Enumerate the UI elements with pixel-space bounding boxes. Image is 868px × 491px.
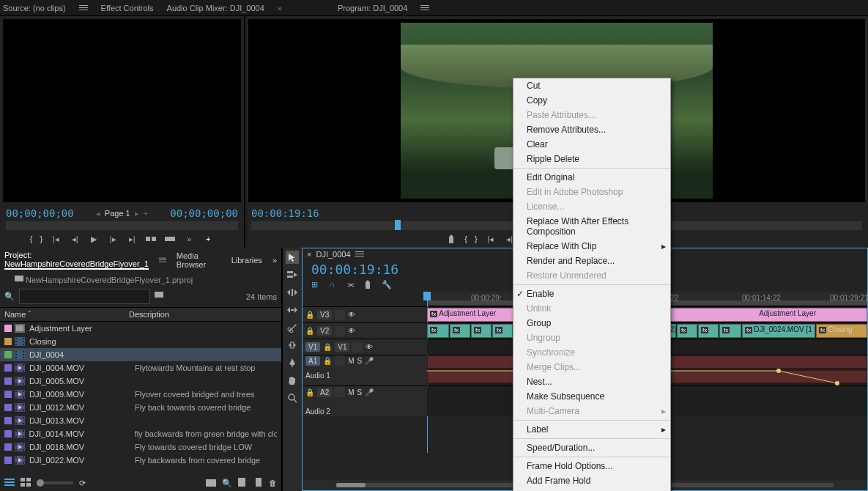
close-seq-icon[interactable]: × <box>307 250 311 259</box>
libraries-tab[interactable]: Libraries <box>231 256 262 265</box>
panel-menu-icon[interactable] <box>355 250 364 259</box>
zoom-tool[interactable] <box>286 391 299 405</box>
lock-icon[interactable]: 🔒 <box>323 343 332 351</box>
nest-toggle[interactable]: ⊞ <box>311 280 322 290</box>
solo-label[interactable]: S <box>357 357 363 365</box>
media-browser-tab[interactable]: Media Browser <box>177 251 221 269</box>
linked-sel-toggle[interactable]: ⫘ <box>346 280 357 290</box>
track-output-toggle[interactable] <box>352 342 363 352</box>
label-swatch[interactable] <box>4 377 12 385</box>
sequence-tab[interactable]: DJI_0004 <box>316 250 350 259</box>
clear-button[interactable] <box>254 478 263 488</box>
menu-replace-clip[interactable]: Replace With Clip▸ <box>513 239 670 254</box>
menu-cut[interactable]: Cut <box>513 78 670 93</box>
mark-out-button[interactable]: } <box>475 235 478 243</box>
overflow-icon[interactable]: » <box>183 233 195 245</box>
mute-label[interactable]: M <box>348 388 354 396</box>
go-in-button[interactable]: |◂ <box>50 233 62 245</box>
label-swatch[interactable] <box>4 391 12 398</box>
label-swatch[interactable] <box>4 430 12 438</box>
lock-icon[interactable]: 🔒 <box>305 388 314 396</box>
name-column[interactable]: Name <box>4 310 26 319</box>
project-tab[interactable]: Project: NewHampshireCoveredBridgeFlyove… <box>4 251 149 270</box>
label-swatch[interactable] <box>4 443 12 451</box>
voice-icon[interactable]: 🎤 <box>365 388 374 396</box>
project-item-row[interactable]: DJI_0004.MOVFlytowards Mountains at rest… <box>0 361 281 374</box>
zoom-slider[interactable] <box>37 481 73 484</box>
panel-menu-icon[interactable] <box>79 4 88 12</box>
marker-toggle[interactable] <box>364 280 374 290</box>
panel-menu-icon[interactable] <box>420 4 429 12</box>
source-tc-out[interactable]: 00;00;00;00 <box>170 207 238 219</box>
video-clip[interactable]: fx <box>427 324 449 338</box>
menu-speed-duration[interactable]: Speed/Duration... <box>513 440 670 455</box>
lock-icon[interactable]: 🔒 <box>305 311 314 319</box>
video-clip[interactable]: fx <box>698 324 719 338</box>
overwrite-button[interactable] <box>164 233 176 245</box>
video-clip[interactable]: fx <box>471 324 492 338</box>
track-visible-icon[interactable]: 👁 <box>366 343 373 351</box>
project-item-row[interactable]: DJI_0012.MOVFly back towards covered bri… <box>0 401 281 414</box>
track-output-toggle[interactable] <box>335 326 345 336</box>
project-item-row[interactable]: DJI_0014.MOVfly backwards from green bri… <box>0 427 281 440</box>
video-clip[interactable]: fx <box>492 324 513 338</box>
new-item-button[interactable] <box>238 478 248 488</box>
mute-toggle[interactable] <box>335 355 345 366</box>
mark-in-button[interactable]: { <box>464 235 467 243</box>
label-swatch[interactable] <box>4 325 12 332</box>
menu-copy[interactable]: Copy <box>513 93 670 108</box>
program-tc[interactable]: 00:00:19:16 <box>251 207 319 219</box>
voice-icon[interactable]: 🎤 <box>365 357 374 365</box>
effect-controls-tab[interactable]: Effect Controls <box>101 4 154 12</box>
video-clip[interactable]: fx <box>450 324 470 338</box>
project-item-row[interactable]: DJI_0009.MOVFlyover coveed bridged and t… <box>0 388 281 401</box>
selection-tool[interactable] <box>286 251 299 264</box>
menu-remove-attributes[interactable]: Remove Attributes... <box>513 122 670 137</box>
nested-seq-clip[interactable]: fxClosing <box>816 324 867 338</box>
insert-button[interactable] <box>145 233 157 245</box>
find-button[interactable]: 🔍 <box>222 479 232 488</box>
go-out-button[interactable]: ▸| <box>126 233 138 245</box>
project-list-header[interactable]: Name ˆ Description <box>0 307 281 322</box>
project-search-input[interactable] <box>19 289 150 304</box>
menu-insert-frame-hold-segment[interactable]: Insert Frame Hold Segment <box>513 488 670 491</box>
menu-enable[interactable]: ✓Enable <box>513 287 670 301</box>
label-swatch[interactable] <box>4 338 12 345</box>
menu-frame-hold-options[interactable]: Frame Hold Options... <box>513 459 670 473</box>
source-tc-in[interactable]: 00;00;00;00 <box>6 207 74 219</box>
track-label[interactable]: A2 <box>317 388 332 397</box>
mark-out-button[interactable]: } <box>40 235 43 243</box>
lock-icon[interactable]: 🔒 <box>305 327 314 335</box>
label-swatch[interactable] <box>4 364 12 372</box>
track-visible-icon[interactable]: 👁 <box>348 311 355 319</box>
menu-render-replace[interactable]: Render and Replace... <box>513 254 670 268</box>
pen-tool[interactable] <box>286 356 299 369</box>
add-marker-button[interactable] <box>445 233 457 245</box>
menu-label[interactable]: Label▸ <box>513 422 670 437</box>
filter-icon[interactable] <box>155 292 163 302</box>
ripple-edit-tool[interactable] <box>286 286 299 299</box>
icon-view-icon[interactable] <box>21 478 31 488</box>
menu-make-subsequence[interactable]: Make Subsequence <box>513 389 670 404</box>
audio-mixer-tab[interactable]: Audio Clip Mixer: DJI_0004 <box>167 4 264 12</box>
source-viewer[interactable] <box>3 19 241 202</box>
label-swatch[interactable] <box>4 404 12 411</box>
overflow-icon[interactable]: » <box>272 256 277 265</box>
menu-group[interactable]: Group <box>513 316 670 331</box>
slip-tool[interactable] <box>286 339 299 352</box>
track-label[interactable]: V1 <box>335 342 349 352</box>
label-swatch[interactable] <box>4 351 12 358</box>
play-button[interactable]: ▶ <box>88 233 100 245</box>
hand-tool[interactable] <box>286 374 299 387</box>
step-back-button[interactable]: ◂| <box>69 233 81 245</box>
source-ruler[interactable] <box>6 221 238 230</box>
menu-replace-ae[interactable]: Replace With After Effects Composition <box>513 214 670 239</box>
track-label[interactable]: V2 <box>317 326 332 336</box>
playhead-icon[interactable] <box>395 220 401 230</box>
project-item-row[interactable]: Closing <box>0 335 281 348</box>
track-select-tool[interactable] <box>286 268 299 281</box>
rate-stretch-tool[interactable] <box>286 303 299 317</box>
prev-page-icon[interactable]: ◂ <box>96 209 100 218</box>
menu-add-frame-hold[interactable]: Add Frame Hold <box>513 473 670 488</box>
project-item-row[interactable]: DJI_0018.MOVFly towards covered bridge L… <box>0 440 281 454</box>
